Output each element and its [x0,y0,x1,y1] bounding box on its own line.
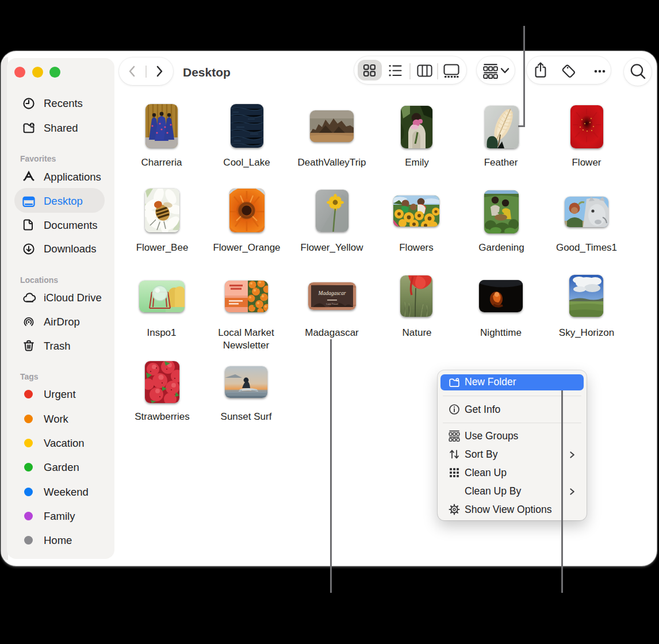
svg-text:Luxe Travel: Luxe Travel [326,302,338,305]
svg-text:Madagascar: Madagascar [317,290,346,296]
